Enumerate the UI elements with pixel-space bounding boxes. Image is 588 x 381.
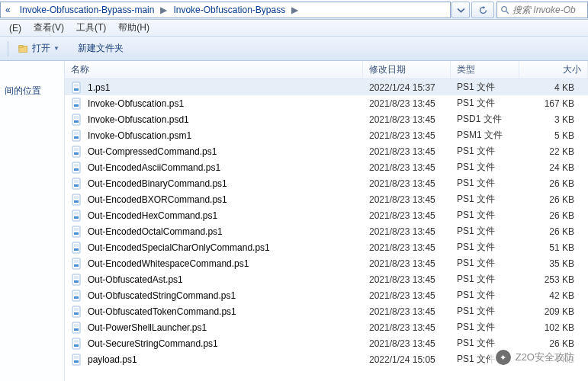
- column-header-size[interactable]: 大小: [519, 61, 588, 78]
- search-input[interactable]: 搜索 Invoke-Ob: [496, 2, 588, 18]
- column-header-name[interactable]: 名称: [65, 61, 363, 78]
- svg-rect-18: [72, 194, 80, 205]
- file-name: Out-EncodedOctalCommand.ps1: [88, 226, 223, 237]
- chevron-down-icon: ▼: [53, 45, 59, 52]
- file-date: 2021/8/23 13:45: [363, 114, 451, 125]
- file-size: 5 KB: [519, 130, 588, 141]
- breadcrumb-overflow-icon[interactable]: «: [1, 2, 15, 18]
- ps-file-icon: [71, 130, 83, 142]
- chevron-right-icon[interactable]: ▶: [290, 5, 300, 15]
- svg-rect-17: [74, 184, 79, 187]
- column-header-type[interactable]: 类型: [451, 61, 519, 78]
- file-name: Out-EncodedSpecialCharOnlyCommand.ps1: [88, 242, 270, 253]
- file-name: 1.ps1: [88, 82, 110, 93]
- svg-rect-5: [74, 88, 79, 91]
- file-type: PS1 文件: [451, 225, 519, 238]
- breadcrumb-seg-2[interactable]: Invoke-Obfuscation-Bypass: [169, 2, 290, 18]
- file-row[interactable]: 1.ps12022/1/24 15:37PS1 文件4 KB: [65, 79, 588, 95]
- file-date: 2021/8/23 13:45: [363, 130, 451, 141]
- svg-rect-37: [74, 344, 79, 347]
- file-size: 42 KB: [519, 290, 588, 301]
- file-name: Out-ObfuscatedTokenCommand.ps1: [88, 306, 236, 317]
- file-type: PSD1 文件: [451, 113, 519, 126]
- file-date: 2021/8/23 13:45: [363, 242, 451, 253]
- open-label: 打开: [32, 42, 50, 55]
- file-type: PS1 文件: [451, 321, 519, 334]
- menu-bar: (E) 查看(V) 工具(T) 帮助(H): [0, 20, 588, 37]
- file-type: PSM1 文件: [451, 129, 519, 142]
- file-name: Invoke-Obfuscation.ps1: [88, 98, 184, 109]
- file-name: Out-CompressedCommand.ps1: [88, 146, 217, 157]
- ps-file-icon: [71, 306, 83, 318]
- file-row[interactable]: Out-CompressedCommand.ps12021/8/23 13:45…: [65, 143, 588, 159]
- file-type: PS1 文件: [451, 257, 519, 270]
- file-row[interactable]: Out-EncodedWhitespaceCommand.ps12021/8/2…: [65, 255, 588, 271]
- file-row[interactable]: Invoke-Obfuscation.psd12021/8/23 13:45PS…: [65, 111, 588, 127]
- svg-line-1: [506, 11, 509, 14]
- svg-rect-28: [72, 274, 80, 285]
- breadcrumb-seg-1[interactable]: Invoke-Obfuscation-Bypass-main: [15, 2, 159, 18]
- file-row[interactable]: Out-EncodedAsciiCommand.ps12021/8/23 13:…: [65, 159, 588, 175]
- file-row[interactable]: Out-ObfuscatedAst.ps12021/8/23 13:45PS1 …: [65, 271, 588, 287]
- file-name: payload.ps1: [88, 354, 137, 365]
- file-row[interactable]: Invoke-Obfuscation.psm12021/8/23 13:45PS…: [65, 127, 588, 143]
- file-row[interactable]: Out-EncodedSpecialCharOnlyCommand.ps1202…: [65, 239, 588, 255]
- file-row[interactable]: Out-ObfuscatedTokenCommand.ps12021/8/23 …: [65, 303, 588, 319]
- column-header-date[interactable]: 修改日期: [363, 61, 451, 78]
- svg-rect-31: [74, 296, 79, 299]
- menu-tools[interactable]: 工具(T): [70, 20, 112, 36]
- file-row[interactable]: Out-EncodedBXORCommand.ps12021/8/23 13:4…: [65, 191, 588, 207]
- file-row[interactable]: Out-EncodedHexCommand.ps12021/8/23 13:45…: [65, 207, 588, 223]
- ps-file-icon: [71, 258, 83, 270]
- menu-edit[interactable]: (E): [3, 21, 27, 35]
- file-row[interactable]: Out-EncodedBinaryCommand.ps12021/8/23 13…: [65, 175, 588, 191]
- file-row[interactable]: Out-PowerShellLauncher.ps12021/8/23 13:4…: [65, 319, 588, 335]
- svg-rect-30: [72, 290, 80, 301]
- svg-rect-19: [74, 200, 79, 203]
- svg-rect-29: [74, 280, 79, 283]
- main-area: 间的位置 名称 修改日期 类型 大小 1.ps12022/1/24 15:37P…: [0, 61, 588, 381]
- nav-recent-places[interactable]: 间的位置: [3, 82, 61, 100]
- open-button[interactable]: 打开 ▼: [11, 39, 66, 58]
- file-list[interactable]: 1.ps12022/1/24 15:37PS1 文件4 KBInvoke-Obf…: [65, 79, 588, 381]
- file-row[interactable]: Invoke-Obfuscation.ps12021/8/23 13:45PS1…: [65, 95, 588, 111]
- open-icon: [18, 43, 29, 54]
- svg-rect-39: [74, 360, 79, 363]
- file-size: 26 KB: [519, 226, 588, 237]
- refresh-button[interactable]: [471, 2, 494, 18]
- svg-rect-7: [74, 104, 79, 107]
- refresh-icon: [479, 6, 487, 14]
- file-size: 26 KB: [519, 194, 588, 205]
- svg-rect-36: [72, 338, 80, 349]
- svg-rect-4: [72, 82, 80, 93]
- menu-help[interactable]: 帮助(H): [112, 20, 156, 36]
- svg-rect-23: [74, 232, 79, 235]
- toolbar-separator: [8, 41, 8, 56]
- wechat-icon: ✦: [496, 350, 511, 365]
- chevron-right-icon[interactable]: ▶: [159, 5, 169, 15]
- file-date: 2022/1/24 15:05: [363, 354, 451, 365]
- breadcrumb-bar[interactable]: « Invoke-Obfuscation-Bypass-main ▶ Invok…: [0, 2, 451, 18]
- ps-file-icon: [71, 178, 83, 190]
- ps-file-icon: [71, 162, 83, 174]
- file-date: 2021/8/23 13:45: [363, 226, 451, 237]
- svg-rect-32: [72, 306, 80, 317]
- ps-file-icon: [71, 146, 83, 158]
- file-row[interactable]: Out-EncodedOctalCommand.ps12021/8/23 13:…: [65, 223, 588, 239]
- menu-view[interactable]: 查看(V): [27, 20, 70, 36]
- file-size: 51 KB: [519, 242, 588, 253]
- file-type: PS1 文件: [451, 193, 519, 206]
- file-date: 2021/8/23 13:45: [363, 274, 451, 285]
- ps-file-icon: [71, 114, 83, 126]
- svg-rect-24: [72, 242, 80, 253]
- ps-file-icon: [71, 290, 83, 302]
- file-row[interactable]: Out-ObfuscatedStringCommand.ps12021/8/23…: [65, 287, 588, 303]
- svg-rect-22: [72, 226, 80, 237]
- file-type: PS1 文件: [451, 161, 519, 174]
- ps-file-icon: [71, 226, 83, 238]
- file-type: PS1 文件: [451, 289, 519, 302]
- breadcrumb-dropdown-button[interactable]: [451, 2, 470, 18]
- file-date: 2021/8/23 13:45: [363, 290, 451, 301]
- new-folder-button[interactable]: 新建文件夹: [71, 39, 130, 58]
- file-type: PS1 文件: [451, 145, 519, 158]
